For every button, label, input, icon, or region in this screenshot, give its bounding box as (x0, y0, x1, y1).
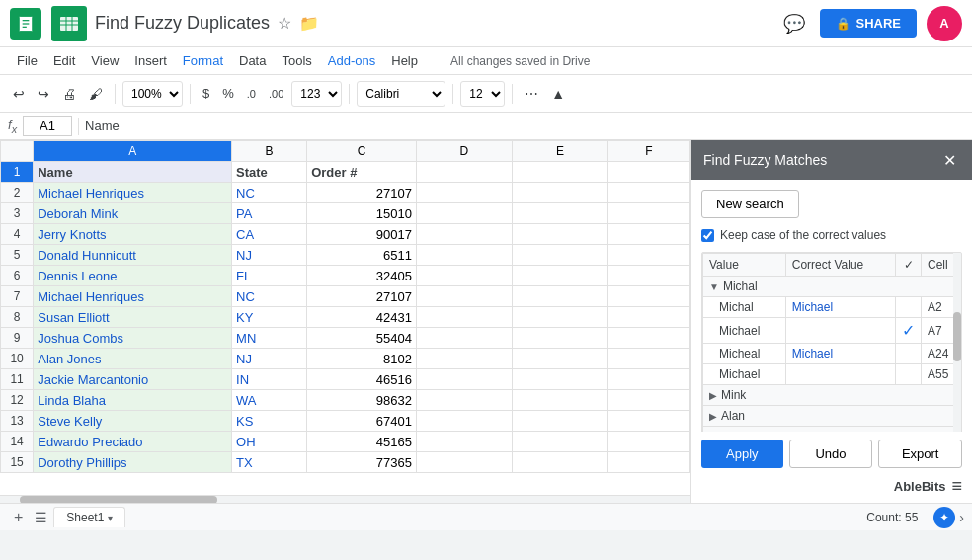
currency-button[interactable]: $ (198, 82, 214, 105)
cell-a8[interactable]: Susan Elliott (34, 307, 232, 328)
more-formats-button[interactable]: ⋯ (520, 82, 543, 106)
menu-edit[interactable]: Edit (46, 51, 82, 70)
result-check[interactable] (896, 344, 922, 364)
menu-tools[interactable]: Tools (275, 51, 318, 70)
number-format-select[interactable]: 123 (291, 81, 342, 107)
cell-a3[interactable]: Deborah Mink (34, 203, 232, 224)
group-row-linda[interactable]: ▶Linda (703, 427, 961, 433)
cell-a7[interactable]: Michael Henriques (34, 286, 232, 307)
cell-c7[interactable]: 27107 (307, 286, 417, 307)
result-check[interactable]: ✓ (896, 318, 922, 344)
comment-icon[interactable]: 💬 (778, 8, 810, 40)
sheet-tab[interactable]: Sheet1 ▾ (53, 507, 125, 527)
result-value[interactable]: Michal (703, 297, 786, 318)
result-check[interactable] (896, 297, 922, 318)
cell-c3[interactable]: 15010 (307, 203, 417, 224)
cell-c10[interactable]: 8102 (307, 349, 417, 369)
result-correct[interactable] (785, 318, 895, 344)
panel-close-button[interactable]: ✕ (939, 151, 960, 170)
print-button[interactable]: 🖨 (57, 82, 81, 106)
cell-c9[interactable]: 55404 (307, 328, 417, 349)
share-button[interactable]: 🔒 SHARE (820, 9, 917, 38)
apply-button[interactable]: Apply (701, 440, 783, 468)
menu-addons[interactable]: Add-ons (321, 51, 382, 70)
cell-c14[interactable]: 45165 (307, 432, 417, 452)
cell-e1[interactable] (512, 162, 608, 183)
cell-a13[interactable]: Steve Kelly (34, 411, 232, 432)
cell-b1[interactable]: State (232, 162, 307, 183)
collapse-button[interactable]: ▲ (546, 82, 570, 106)
cell-b5[interactable]: NJ (232, 245, 307, 266)
cell-d1[interactable] (416, 162, 512, 183)
result-check[interactable] (896, 364, 922, 385)
paint-format-button[interactable]: 🖌 (84, 82, 108, 106)
cell-a12[interactable]: Linda Blaha (34, 390, 232, 411)
cell-a1[interactable]: Name (34, 162, 232, 183)
cell-b13[interactable]: KS (232, 411, 307, 432)
cell-b4[interactable]: CA (232, 224, 307, 245)
cell-b2[interactable]: NC (232, 183, 307, 203)
group-row-michal[interactable]: ▼Michal (703, 277, 961, 297)
result-correct[interactable]: Michael (785, 344, 895, 364)
col-header-a[interactable]: A (34, 141, 232, 162)
group-row-mink[interactable]: ▶Mink (703, 385, 961, 406)
col-header-b[interactable]: B (232, 141, 307, 162)
spreadsheet[interactable]: A B C D E F 1 Name State Order # (0, 140, 690, 503)
result-correct[interactable]: Michael (785, 297, 895, 318)
explore-button[interactable]: ✦ (933, 507, 955, 528)
undo-button[interactable]: Undo (789, 440, 873, 468)
redo-toolbar-button[interactable]: ↪ (33, 82, 54, 106)
cell-b14[interactable]: OH (232, 432, 307, 452)
menu-format[interactable]: Format (176, 51, 230, 70)
result-value[interactable]: Michael (703, 318, 786, 344)
cell-a15[interactable]: Dorothy Phillips (34, 452, 232, 473)
cell-c5[interactable]: 6511 (307, 245, 417, 266)
cell-b6[interactable]: FL (232, 266, 307, 286)
cell-c13[interactable]: 67401 (307, 411, 417, 432)
cell-b8[interactable]: KY (232, 307, 307, 328)
percent-button[interactable]: % (217, 82, 239, 105)
cell-a9[interactable]: Joshua Combs (34, 328, 232, 349)
sheet-tab-arrow[interactable]: ▾ (108, 513, 113, 523)
cell-c1[interactable]: Order # (307, 162, 417, 183)
cell-a2[interactable]: Michael Henriques (34, 183, 232, 203)
folder-icon[interactable]: 📁 (299, 14, 319, 33)
nav-arrow-button[interactable]: › (959, 510, 964, 525)
horizontal-scrollbar[interactable] (0, 495, 690, 503)
cell-b9[interactable]: MN (232, 328, 307, 349)
col-header-c[interactable]: C (307, 141, 417, 162)
cell-a5[interactable]: Donald Hunnicutt (34, 245, 232, 266)
keep-case-checkbox[interactable] (701, 229, 714, 242)
font-select[interactable]: Calibri (357, 81, 446, 107)
ablebits-menu-button[interactable]: ≡ (951, 476, 962, 497)
result-correct[interactable] (785, 364, 895, 385)
result-value[interactable]: Micheal (703, 344, 786, 364)
cell-a10[interactable]: Alan Jones (34, 349, 232, 369)
cell-a4[interactable]: Jerry Knotts (34, 224, 232, 245)
undo-toolbar-button[interactable]: ↩ (8, 82, 30, 106)
cell-c12[interactable]: 98632 (307, 390, 417, 411)
cell-b7[interactable]: NC (232, 286, 307, 307)
cell-b3[interactable]: PA (232, 203, 307, 224)
cell-b15[interactable]: TX (232, 452, 307, 473)
star-icon[interactable]: ☆ (278, 14, 291, 33)
menu-insert[interactable]: Insert (127, 51, 174, 70)
panel-scrollbar[interactable] (953, 253, 961, 432)
col-header-f[interactable]: F (608, 141, 689, 162)
col-header-e[interactable]: E (512, 141, 608, 162)
cell-c15[interactable]: 77365 (307, 452, 417, 473)
cell-name-input[interactable] (23, 116, 72, 136)
cell-a14[interactable]: Edwardo Preciado (34, 432, 232, 452)
group-row-alan[interactable]: ▶Alan (703, 406, 961, 427)
export-button[interactable]: Export (878, 440, 962, 468)
menu-file[interactable]: File (10, 51, 44, 70)
menu-data[interactable]: Data (232, 51, 273, 70)
cell-a6[interactable]: Dennis Leone (34, 266, 232, 286)
cell-b12[interactable]: WA (232, 390, 307, 411)
cell-c11[interactable]: 46516 (307, 369, 417, 390)
cell-c8[interactable]: 42431 (307, 307, 417, 328)
add-sheet-button[interactable]: + (8, 507, 29, 528)
sheet-list-button[interactable]: ☰ (29, 508, 53, 527)
cell-f1[interactable] (608, 162, 689, 183)
cell-b10[interactable]: NJ (232, 349, 307, 369)
